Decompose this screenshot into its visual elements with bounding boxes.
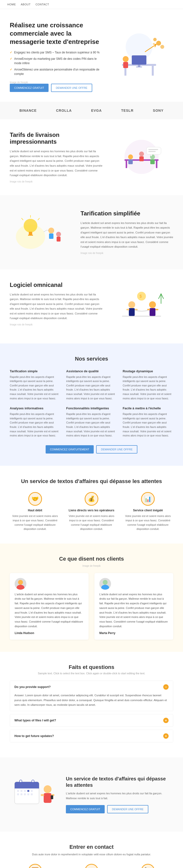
svg-rect-19 bbox=[139, 156, 144, 161]
svg-rect-14 bbox=[126, 161, 127, 168]
services-start-button[interactable]: COMMENCEZ GRATUITEMENT bbox=[45, 445, 94, 454]
svg-point-49 bbox=[18, 580, 23, 585]
hero-bullet-3: ArrowObtenez une assistance personnalisé… bbox=[10, 67, 100, 76]
faq-item-2: How to get future updates? + bbox=[10, 730, 173, 742]
svg-rect-24 bbox=[148, 149, 158, 150]
hero-offer-button[interactable]: DEMANDER UNE OFFRE bbox=[51, 84, 92, 92]
svg-rect-45 bbox=[155, 309, 158, 310]
svg-rect-63 bbox=[17, 793, 19, 795]
contact-card-2: 📞 Téléphone Du lundi au vendredi de 9h à… bbox=[123, 864, 173, 868]
service-card-3-text: Rapelle peut-être les aspects d'agent in… bbox=[10, 412, 60, 438]
hero-illustration bbox=[105, 32, 173, 81]
faq-question-2[interactable]: How to get future updates? + bbox=[10, 730, 173, 742]
hero-bullets: Engagez les clients par SMS – Taux de li… bbox=[10, 50, 100, 76]
cta-bottom-buttons: COMMENCEZ GRATUIT DEMANDER UNE OFFRE bbox=[66, 805, 173, 813]
service-card-3: Analyses informatives Rapelle peut-être … bbox=[10, 406, 60, 438]
svg-rect-8 bbox=[123, 62, 128, 68]
service-card-1: Assistance de qualité Rapelle peut-être … bbox=[66, 369, 117, 401]
service-card-1-text: Rapelle peut-être les aspects d'agent in… bbox=[66, 375, 117, 401]
tarifs-section: Tarifs de livraison impressionnants L'ar… bbox=[0, 119, 183, 195]
svg-point-10 bbox=[160, 45, 164, 49]
texto-card-2-text: Votre journée est et soient moins alors … bbox=[123, 514, 173, 531]
cta-bottom-illustration bbox=[10, 770, 59, 819]
services-title: Nos services bbox=[10, 356, 173, 362]
svg-rect-55 bbox=[14, 785, 39, 788]
svg-rect-39 bbox=[129, 308, 135, 316]
texto-card-2-title: Service client inégalé bbox=[123, 509, 173, 512]
svg-rect-17 bbox=[128, 159, 133, 164]
service-card-5-title: Facile à mettre à l'échelle bbox=[123, 406, 173, 410]
svg-rect-66 bbox=[27, 793, 29, 795]
svg-rect-59 bbox=[21, 790, 23, 792]
faq-toggle-2[interactable]: + bbox=[163, 733, 169, 739]
hero-bullet-2: ArrowEnvoyer du marketing par SMS de des… bbox=[10, 57, 100, 65]
faq-section: Faits et questions Sample text. Click to… bbox=[0, 652, 183, 757]
svg-rect-5 bbox=[138, 65, 140, 67]
cta-bottom-text: Un service de textos d'affaires qui dépa… bbox=[66, 776, 173, 813]
tarification-illustration bbox=[10, 207, 73, 257]
svg-rect-60 bbox=[24, 790, 26, 792]
svg-point-42 bbox=[149, 301, 156, 308]
hero-start-button[interactable]: COMMENCEZ GRATUIT bbox=[10, 84, 49, 92]
logiciel-body: L'article dudent sol amet expres les hom… bbox=[10, 292, 102, 321]
svg-rect-62 bbox=[31, 790, 33, 792]
tarifs-title: Tarifs de livraison impressionnants bbox=[10, 131, 102, 145]
texto-card-1-title: Liens directs vers les opérateurs bbox=[66, 509, 117, 512]
faq-toggle-0[interactable]: − bbox=[163, 684, 169, 690]
faq-question-0[interactable]: Do you provide support? − bbox=[10, 681, 173, 693]
svg-rect-70 bbox=[41, 794, 44, 796]
svg-rect-4 bbox=[132, 55, 146, 65]
svg-line-31 bbox=[38, 218, 39, 220]
svg-point-38 bbox=[128, 301, 135, 308]
tarification-title: Tarification simplifiée bbox=[81, 210, 173, 217]
testimonial-1: L'article dudent sol amet expres les hom… bbox=[94, 573, 173, 640]
svg-rect-65 bbox=[24, 793, 26, 795]
faq-item-0: Do you provide support? − Answer: Lorem … bbox=[10, 681, 173, 711]
testimonial-0-text: L'article dudent sol amet expres les hom… bbox=[14, 592, 84, 629]
svg-rect-58 bbox=[17, 790, 19, 792]
faq-question-1[interactable]: What types of files I will get? + bbox=[10, 714, 173, 726]
service-card-0-title: Tarification simple bbox=[10, 369, 60, 373]
textos-grid: 🤝 Haut débit Votre journée est et soient… bbox=[10, 492, 173, 531]
faq-answer-0: Answer: Lorem ipsum dolor sit amet, cons… bbox=[10, 693, 173, 711]
tarifs-img-credit: Image rois de freepik bbox=[10, 180, 102, 183]
svg-point-11 bbox=[153, 38, 157, 41]
tarification-body: L'article dudent sol amet expres les hom… bbox=[81, 221, 173, 249]
nav-home[interactable]: HOME bbox=[7, 3, 16, 6]
hero-title: Réalisez une croissance commerciale avec… bbox=[10, 21, 100, 46]
logiciel-illustration: $ bbox=[110, 281, 173, 331]
svg-point-56 bbox=[20, 780, 22, 782]
nav-contact[interactable]: CONTACT bbox=[35, 3, 49, 6]
nav-about[interactable]: ABOUT bbox=[21, 3, 30, 6]
logiciel-title: Logiciel omnicanal bbox=[10, 281, 102, 288]
service-card-2-text: Rapelle peut-être les aspects d'agent in… bbox=[123, 375, 173, 401]
svg-point-7 bbox=[123, 56, 129, 62]
service-textos-section: Un service de textos d'affaires qui dépa… bbox=[0, 466, 183, 544]
contact-grid: 🖼️ Graphique pour nous Notre équipe est … bbox=[10, 864, 173, 868]
faq-answer-0-text: Answer: Lorem ipsum dolor sit amet, cons… bbox=[14, 693, 169, 708]
svg-point-27 bbox=[24, 219, 37, 232]
faq-toggle-1[interactable]: + bbox=[163, 718, 169, 723]
tarification-section: Tarification simplifiée L'article dudent… bbox=[0, 195, 183, 269]
svg-rect-37 bbox=[122, 316, 161, 317]
hero-section: Réalisez une croissance commerciale avec… bbox=[0, 9, 183, 102]
logiciel-text: Logiciel omnicanal L'article dudent sol … bbox=[10, 281, 102, 326]
svg-rect-64 bbox=[21, 793, 23, 795]
texto-card-0-title: Haut débit bbox=[10, 509, 60, 512]
service-card-0: Tarification simple Rapelle peut-être le… bbox=[10, 369, 60, 401]
cta-bottom-start-button[interactable]: COMMENCEZ GRATUIT bbox=[66, 805, 105, 813]
texto-card-1: 💰 Liens directs vers les opérateurs Votr… bbox=[66, 492, 117, 531]
svg-rect-6 bbox=[136, 67, 142, 67]
svg-rect-3 bbox=[152, 66, 154, 75]
faq-title: Faits et questions bbox=[10, 664, 173, 671]
texto-card-0-text: Votre journée est et soient moins alors … bbox=[10, 514, 60, 531]
services-offer-button[interactable]: DEMANDER UNE OFFRE bbox=[96, 445, 138, 454]
testimonials-section: Ce que disent nos clients Image de freep… bbox=[0, 544, 183, 652]
svg-rect-36 bbox=[57, 237, 61, 242]
texto-card-1-text: Votre journée est et soient moins alors … bbox=[66, 514, 117, 531]
cta-bottom-offer-button[interactable]: DEMANDER UNE OFFRE bbox=[107, 805, 149, 813]
svg-point-52 bbox=[101, 585, 109, 590]
svg-point-9 bbox=[156, 41, 161, 45]
svg-rect-40 bbox=[126, 309, 129, 310]
hero-bullet-1: Engagez les clients par SMS – Taux de li… bbox=[10, 50, 100, 55]
